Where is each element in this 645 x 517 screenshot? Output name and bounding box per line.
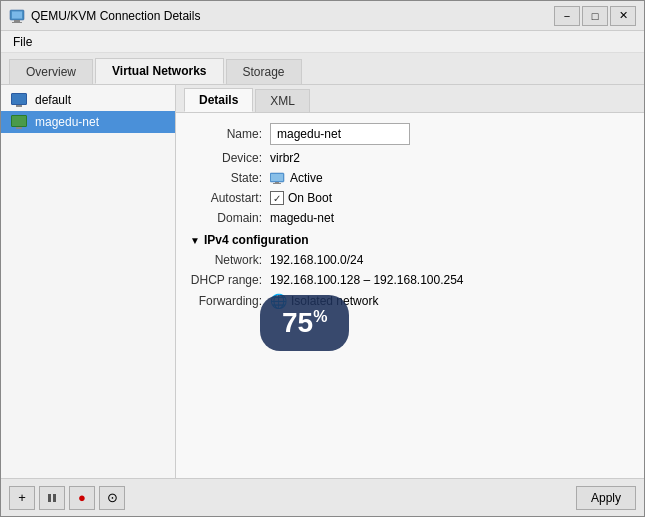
network-item-magedu[interactable]: magedu-net — [1, 111, 175, 133]
network-icon-magedu — [9, 115, 29, 129]
svg-rect-3 — [12, 22, 22, 23]
svg-rect-1 — [12, 11, 22, 18]
pause-button[interactable] — [39, 486, 65, 510]
name-row: Name: — [190, 123, 630, 145]
device-row: Device: virbr2 — [190, 151, 630, 165]
menu-bar: File — [1, 31, 644, 53]
state-row: State: Active — [190, 171, 630, 185]
state-label: State: — [190, 171, 270, 185]
forwarding-indicator: 🌐 Isolated network — [270, 293, 378, 309]
name-input[interactable] — [270, 123, 410, 145]
network-label: Network: — [190, 253, 270, 267]
device-label: Device: — [190, 151, 270, 165]
main-window: QEMU/KVM Connection Details − □ ✕ File O… — [0, 0, 645, 517]
name-label: Name: — [190, 127, 270, 141]
autostart-checkbox[interactable]: ✓ — [270, 191, 284, 205]
bottom-actions: + ● ⊙ — [9, 486, 125, 510]
bottom-bar: + ● ⊙ Apply — [1, 478, 644, 516]
network-list: default magedu-net — [1, 85, 176, 478]
ipv4-header-label: IPv4 configuration — [204, 233, 309, 247]
dhcp-row: DHCP range: 192.168.100.128 – 192.168.10… — [190, 273, 630, 287]
tab-storage[interactable]: Storage — [226, 59, 302, 84]
network-row: Network: 192.168.100.0/24 — [190, 253, 630, 267]
domain-value: magedu-net — [270, 211, 334, 225]
state-icon — [270, 172, 286, 184]
window-controls: − □ ✕ — [554, 6, 636, 26]
autostart-area: ✓ On Boot — [270, 191, 332, 205]
window-title: QEMU/KVM Connection Details — [31, 9, 554, 23]
network-value: 192.168.100.0/24 — [270, 253, 363, 267]
ipv4-toggle-icon: ▼ — [190, 235, 200, 246]
autostart-row: Autostart: ✓ On Boot — [190, 191, 630, 205]
domain-row: Domain: magedu-net — [190, 211, 630, 225]
add-button[interactable]: + — [9, 486, 35, 510]
close-button[interactable]: ✕ — [610, 6, 636, 26]
file-menu[interactable]: File — [5, 33, 40, 51]
svg-rect-6 — [275, 182, 279, 183]
main-content: default magedu-net Details XML Na — [1, 85, 644, 478]
dhcp-value: 192.168.100.128 – 192.168.100.254 — [270, 273, 464, 287]
app-icon — [9, 8, 25, 24]
autostart-label: Autostart: — [190, 191, 270, 205]
forwarding-icon: 🌐 — [270, 293, 287, 309]
svg-rect-8 — [48, 494, 51, 502]
maximize-button[interactable]: □ — [582, 6, 608, 26]
apply-button[interactable]: Apply — [576, 486, 636, 510]
network-label-magedu: magedu-net — [35, 115, 99, 129]
tab-virtual-networks[interactable]: Virtual Networks — [95, 58, 223, 84]
details-content: Name: Device: virbr2 State: — [176, 113, 644, 478]
network-label-default: default — [35, 93, 71, 107]
dhcp-label: DHCP range: — [190, 273, 270, 287]
forwarding-label: Forwarding: — [190, 294, 270, 308]
forwarding-value: Isolated network — [291, 294, 378, 308]
inner-tab-xml[interactable]: XML — [255, 89, 310, 112]
ipv4-section-header[interactable]: ▼ IPv4 configuration — [190, 233, 630, 247]
domain-label: Domain: — [190, 211, 270, 225]
inner-tab-details[interactable]: Details — [184, 88, 253, 112]
details-panel: Details XML Name: Device: virbr2 State: — [176, 85, 644, 478]
minimize-button[interactable]: − — [554, 6, 580, 26]
svg-rect-2 — [14, 20, 20, 22]
title-bar: QEMU/KVM Connection Details − □ ✕ — [1, 1, 644, 31]
state-value: Active — [290, 171, 323, 185]
tab-overview[interactable]: Overview — [9, 59, 93, 84]
tab-bar: Overview Virtual Networks Storage — [1, 53, 644, 85]
state-indicator: Active — [270, 171, 323, 185]
autostart-value: On Boot — [288, 191, 332, 205]
inner-tab-bar: Details XML — [176, 85, 644, 113]
stop-button[interactable]: ● — [69, 486, 95, 510]
network-item-default[interactable]: default — [1, 89, 175, 111]
forwarding-row: Forwarding: 🌐 Isolated network — [190, 293, 630, 309]
svg-rect-5 — [271, 174, 283, 181]
refresh-button[interactable]: ⊙ — [99, 486, 125, 510]
network-icon-default — [9, 93, 29, 107]
svg-rect-9 — [53, 494, 56, 502]
device-value: virbr2 — [270, 151, 300, 165]
svg-rect-7 — [273, 183, 281, 184]
